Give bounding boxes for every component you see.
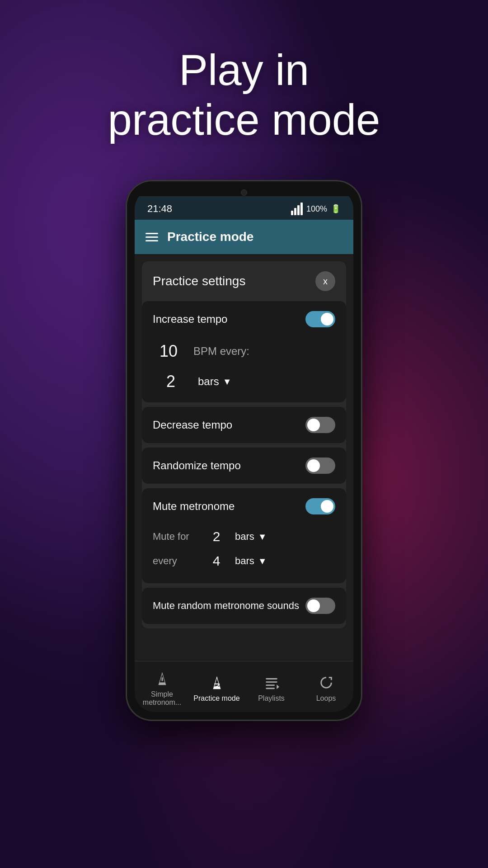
svg-rect-0 [161, 677, 163, 681]
menu-button[interactable] [145, 233, 158, 241]
mute-for-row: Mute for 2 bars ▼ [153, 524, 335, 549]
increase-tempo-row: Increase tempo [142, 301, 346, 337]
svg-marker-6 [277, 684, 279, 689]
randomize-tempo-toggle[interactable] [305, 458, 335, 474]
app-bar-title: Practice mode [167, 230, 253, 244]
every-unit-dropdown[interactable]: bars ▼ [235, 555, 267, 567]
svg-rect-2 [266, 678, 277, 679]
metronome-icon [153, 670, 171, 688]
mute-metronome-toggle[interactable] [305, 498, 335, 514]
randomize-tempo-label: Randomize tempo [153, 459, 241, 472]
svg-rect-5 [266, 688, 275, 689]
practice-mode-icon [208, 674, 226, 692]
bars-value: 2 [153, 372, 189, 391]
nav-item-playlists[interactable]: Playlists [244, 661, 299, 712]
bars-dropdown[interactable]: bars ▼ [189, 371, 240, 392]
bars-label: bars [198, 375, 219, 388]
bpm-row: 10 BPM every: [142, 337, 346, 371]
hero-line1: Play in [0, 45, 488, 95]
decrease-tempo-label: Decrease tempo [153, 419, 232, 431]
mute-metronome-row: Mute metronome [142, 488, 346, 524]
notch-area [135, 189, 353, 196]
mute-detail: Mute for 2 bars ▼ every 4 [142, 524, 346, 583]
every-label: every [153, 555, 198, 567]
mute-random-row: Mute random metronome sounds [142, 588, 346, 624]
phone-screen: 21:48 100% 🔋 [135, 189, 353, 712]
nav-label-simple-metronome: Simple metronom... [138, 690, 186, 707]
content-area: Practice settings x Increase tempo 10 [135, 254, 353, 661]
every-value: 4 [205, 553, 228, 569]
svg-rect-4 [266, 684, 275, 686]
status-time: 21:48 [147, 203, 172, 215]
status-icons: 100% 🔋 [291, 203, 341, 215]
every-row: every 4 bars ▼ [153, 549, 335, 573]
mute-for-label: Mute for [153, 531, 198, 542]
mute-for-value: 2 [205, 529, 228, 544]
status-bar: 21:48 100% 🔋 [135, 196, 353, 220]
signal-icon [291, 203, 303, 215]
practice-settings-card: Practice settings x Increase tempo 10 [142, 261, 346, 628]
randomize-tempo-row: Randomize tempo [142, 448, 346, 484]
bottom-nav: Simple metronom... Practice mode [135, 661, 353, 712]
svg-rect-3 [266, 681, 277, 683]
practice-settings-header: Practice settings x [142, 261, 346, 301]
phone-shell: 21:48 100% 🔋 [127, 181, 361, 720]
nav-label-practice-mode: Practice mode [193, 694, 239, 703]
nav-item-loops[interactable]: Loops [299, 661, 353, 712]
hero-line2: practice mode [0, 95, 488, 145]
randomize-tempo-section: Randomize tempo [142, 448, 346, 484]
nav-label-loops: Loops [316, 694, 336, 703]
nav-item-simple-metronome[interactable]: Simple metronom... [135, 661, 189, 712]
bpm-value: 10 [153, 342, 184, 361]
battery-text: 100% [306, 204, 327, 214]
phone-mockup: 21:48 100% 🔋 [127, 181, 361, 720]
mute-for-unit: bars [235, 531, 254, 542]
increase-tempo-label: Increase tempo [153, 313, 227, 326]
nav-item-practice-mode[interactable]: Practice mode [189, 661, 244, 712]
mute-random-toggle[interactable] [305, 598, 335, 614]
loops-icon [317, 674, 335, 692]
increase-tempo-toggle[interactable] [305, 311, 335, 327]
every-unit: bars [235, 555, 254, 567]
playlists-icon [263, 674, 281, 692]
increase-tempo-section: Increase tempo 10 BPM every: 2 [142, 301, 346, 402]
mute-random-label: Mute random metronome sounds [153, 599, 305, 613]
mute-metronome-section: Mute metronome Mute for 2 bars [142, 488, 346, 583]
practice-settings-title: Practice settings [153, 274, 245, 288]
decrease-tempo-section: Decrease tempo [142, 407, 346, 443]
decrease-tempo-toggle[interactable] [305, 417, 335, 433]
every-dropdown-arrow: ▼ [258, 556, 267, 566]
mute-for-dropdown-arrow: ▼ [258, 532, 267, 542]
mute-random-section: Mute random metronome sounds [142, 588, 346, 624]
close-button[interactable]: x [315, 271, 335, 291]
nav-label-playlists: Playlists [258, 694, 285, 703]
bars-dropdown-arrow: ▼ [223, 377, 232, 387]
battery-icon: 🔋 [331, 204, 341, 214]
decrease-tempo-row: Decrease tempo [142, 407, 346, 443]
mute-metronome-label: Mute metronome [153, 500, 235, 513]
hero-text: Play in practice mode [0, 45, 488, 145]
mute-for-unit-dropdown[interactable]: bars ▼ [235, 531, 267, 542]
bpm-label: BPM every: [193, 345, 249, 358]
app-bar: Practice mode [135, 220, 353, 254]
camera-dot [241, 189, 247, 196]
bars-row: 2 bars ▼ [142, 371, 346, 402]
